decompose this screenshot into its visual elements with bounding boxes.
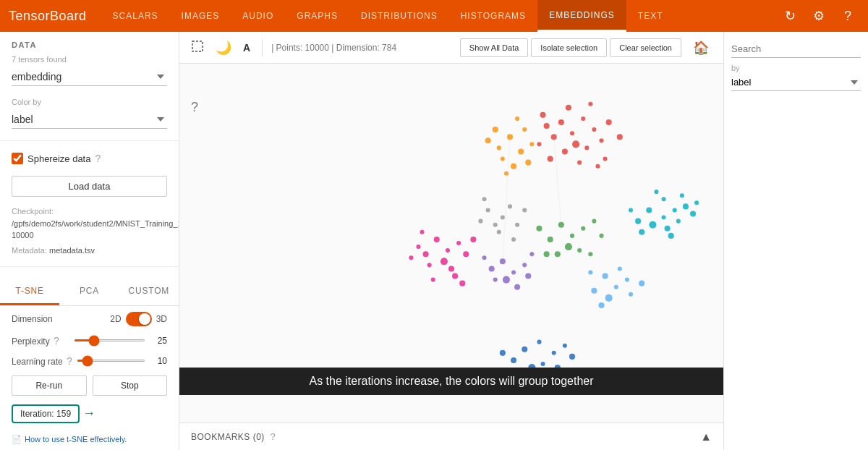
nav-histograms[interactable]: HISTOGRAMS <box>449 0 537 32</box>
svg-point-22 <box>497 145 501 150</box>
svg-point-74 <box>649 221 656 229</box>
svg-point-93 <box>563 344 567 348</box>
svg-point-63 <box>522 263 527 267</box>
action-buttons: Show All Data Isolate selection Clear se… <box>460 38 681 57</box>
nav-embeddings[interactable]: EMBEDDINGS <box>537 0 626 32</box>
bookmarks-help-icon[interactable]: ? <box>270 431 275 442</box>
sphereize-label: Sphereize data <box>27 153 90 164</box>
svg-point-33 <box>434 237 440 242</box>
embedding-select[interactable]: embedding <box>12 68 167 86</box>
isolate-selection-button[interactable]: Isolate selection <box>531 38 607 57</box>
svg-point-72 <box>635 218 641 224</box>
svg-point-55 <box>577 248 582 252</box>
nav-links: SCALARS IMAGES AUDIO GRAPHS DISTRIBUTION… <box>101 0 778 32</box>
use-tsne-link[interactable]: 📄 How to use t-SNE effectively. <box>0 432 179 447</box>
svg-point-103 <box>493 223 498 227</box>
nav-scalars[interactable]: SCALARS <box>101 0 170 32</box>
nav-text[interactable]: TEXT <box>626 0 675 32</box>
color-by-select[interactable]: label <box>12 111 167 129</box>
nav-audio[interactable]: AUDIO <box>231 0 285 32</box>
nav-graphs[interactable]: GRAPHS <box>285 0 349 32</box>
data-section-title: DATA <box>0 32 179 54</box>
svg-point-27 <box>511 164 516 169</box>
svg-point-58 <box>544 251 550 257</box>
svg-point-88 <box>511 357 516 363</box>
right-panel: by label <box>723 32 868 450</box>
load-data-button[interactable]: Load data <box>12 176 167 197</box>
svg-point-114 <box>625 278 629 282</box>
svg-point-35 <box>423 251 429 257</box>
svg-point-86 <box>522 347 527 352</box>
svg-point-23 <box>518 148 524 154</box>
svg-line-122 <box>554 137 561 224</box>
svg-point-85 <box>694 200 699 205</box>
bookmarks-collapse-icon[interactable]: ▲ <box>700 430 712 443</box>
tab-custom[interactable]: CUSTOM <box>119 279 179 305</box>
search-row <box>731 41 861 58</box>
refresh-button[interactable]: ↻ <box>778 4 801 27</box>
nav-distributions[interactable]: DISTRIBUTIONS <box>349 0 449 32</box>
svg-point-77 <box>676 219 681 224</box>
points-info: | Points: 10000 | Dimension: 784 <box>271 43 454 53</box>
svg-point-15 <box>540 112 545 118</box>
svg-point-68 <box>525 273 531 279</box>
home-button[interactable]: 🏠 <box>687 37 715 59</box>
canvas-area: ? <box>179 64 723 423</box>
night-mode-button[interactable]: 🌙 <box>213 37 234 59</box>
tabs-row: T-SNE PCA CUSTOM <box>0 279 179 306</box>
svg-point-76 <box>639 229 644 235</box>
help-button[interactable]: ? <box>836 4 859 27</box>
svg-point-8 <box>584 145 589 150</box>
dim-3d-label: 3D <box>156 314 167 324</box>
svg-point-45 <box>470 237 476 242</box>
sphereize-checkbox[interactable] <box>12 153 23 164</box>
clear-selection-button[interactable]: Clear selection <box>610 38 681 57</box>
svg-point-52 <box>565 243 572 250</box>
svg-point-25 <box>485 137 491 143</box>
color-by-label: Color by <box>0 92 179 108</box>
re-run-button[interactable]: Re-run <box>12 375 87 396</box>
perplexity-value: 25 <box>150 336 167 346</box>
svg-point-13 <box>606 119 612 125</box>
svg-point-30 <box>515 116 519 121</box>
metadata-text: Metadata: metadata.tsv <box>0 245 179 260</box>
by-select[interactable]: label <box>731 74 861 91</box>
dimension-label: Dimension <box>12 314 110 324</box>
svg-point-44 <box>409 255 413 260</box>
svg-point-94 <box>500 350 506 356</box>
main-layout: DATA 7 tensors found embedding Color by … <box>0 32 868 450</box>
learning-rate-help-icon[interactable]: ? <box>67 355 72 367</box>
svg-point-1 <box>558 119 564 125</box>
sphereize-help-icon[interactable]: ? <box>95 153 101 164</box>
svg-point-73 <box>673 208 677 212</box>
learning-rate-slider[interactable] <box>77 360 145 362</box>
use-tsne-icon: 📄 <box>12 435 22 444</box>
tab-tsne[interactable]: T-SNE <box>0 279 59 305</box>
perplexity-help-icon[interactable]: ? <box>54 335 59 347</box>
svg-point-4 <box>581 116 585 121</box>
svg-point-91 <box>540 362 545 366</box>
show-all-button[interactable]: Show All Data <box>460 38 528 57</box>
iteration-badge: Iteration: 159 <box>12 404 80 423</box>
label-button[interactable]: A <box>240 39 253 56</box>
main-content: 🌙 A | Points: 10000 | Dimension: 784 Sho… <box>179 32 723 450</box>
svg-point-18 <box>577 161 582 165</box>
topnav-icons: ↻ ⚙ ? <box>778 4 859 27</box>
select-box-button[interactable] <box>188 37 207 59</box>
svg-point-46 <box>431 278 435 282</box>
perplexity-slider[interactable] <box>74 339 145 341</box>
svg-point-14 <box>588 102 592 106</box>
svg-point-51 <box>581 226 585 231</box>
svg-point-81 <box>680 193 684 198</box>
svg-point-12 <box>537 142 541 146</box>
svg-rect-0 <box>192 41 203 51</box>
svg-point-50 <box>548 237 553 242</box>
dimension-toggle[interactable] <box>126 312 152 326</box>
tab-pca[interactable]: PCA <box>59 279 119 305</box>
nav-images[interactable]: IMAGES <box>170 0 231 32</box>
svg-point-83 <box>654 190 658 194</box>
search-input[interactable] <box>731 41 861 58</box>
learning-rate-row: Learning rate ? 10 <box>12 355 167 367</box>
settings-button[interactable]: ⚙ <box>807 4 830 27</box>
stop-button[interactable]: Stop <box>93 375 168 396</box>
